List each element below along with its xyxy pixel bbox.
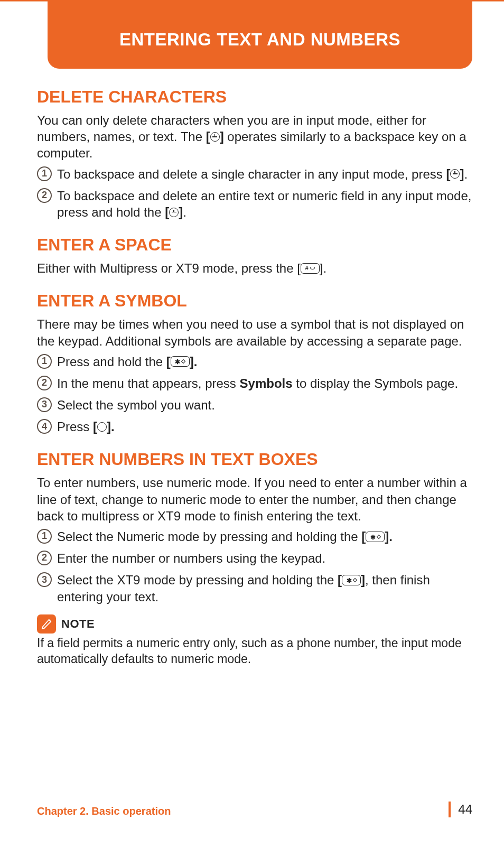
step-number-badge: 1 [37,529,52,544]
list-item: 3 Select the XT9 mode by pressing and ho… [37,572,472,604]
page-title: ENTERING TEXT AND NUMBERS [119,30,400,50]
star-key-icon: ✱ [366,532,385,542]
back-key-icon [450,169,460,179]
back-key-icon [210,132,220,142]
delete-intro: You can only delete characters when you … [37,112,472,162]
list-item: 1 Select the Numeric mode by pressing an… [37,528,472,545]
list-item: 2 In the menu that appears, press Symbol… [37,375,472,392]
heading-enter-symbol: ENTER A SYMBOL [37,291,472,311]
page-divider [449,802,451,817]
pencil-note-icon [37,614,56,634]
note-text: If a field permits a numeric entry only,… [37,636,472,667]
step-number-badge: 1 [37,166,52,181]
star-key-icon: ✱ [171,356,190,367]
step-number-badge: 2 [37,376,52,390]
symbol-steps: 1 Press and hold the [✱]. 2 In the menu … [37,353,472,435]
delete-steps: 1 To backspace and delete a single chara… [37,166,472,221]
page-number: 44 [458,802,472,817]
list-item: 4 Press []. [37,418,472,435]
numbers-steps: 1 Select the Numeric mode by pressing an… [37,528,472,605]
list-item: 3 Select the symbol you want. [37,397,472,413]
page-footer: Chapter 2. Basic operation 44 [37,802,472,817]
step-number-badge: 3 [37,572,52,587]
symbol-intro: There may be times when you need to use … [37,316,472,349]
ok-key-icon [97,422,107,432]
note-label: NOTE [61,617,95,631]
step-number-badge: 4 [37,419,52,434]
back-key-icon [169,208,179,217]
numbers-intro: To enter numbers, use numeric mode. If y… [37,474,472,524]
heading-enter-space: ENTER A SPACE [37,235,472,255]
list-item: 1 To backspace and delete a single chara… [37,166,472,182]
pound-key-icon: # [301,263,320,274]
step-number-badge: 2 [37,188,52,203]
step-number-badge: 2 [37,551,52,565]
list-item: 1 Press and hold the [✱]. [37,353,472,370]
page-header: ENTERING TEXT AND NUMBERS [48,0,472,69]
list-item: 2 To backspace and delete an entire text… [37,188,472,220]
heading-delete-characters: DELETE CHARACTERS [37,87,472,107]
step-number-badge: 3 [37,397,52,412]
page-content: DELETE CHARACTERS You can only delete ch… [37,87,472,667]
step-number-badge: 1 [37,354,52,369]
list-item: 2 Enter the number or numbers using the … [37,550,472,566]
note-callout: NOTE If a field permits a numeric entry … [37,614,472,667]
space-text: Either with Multipress or XT9 mode, pres… [37,260,472,276]
chapter-label: Chapter 2. Basic operation [37,805,171,817]
heading-enter-numbers: ENTER NUMBERS IN TEXT BOXES [37,450,472,469]
star-key-icon: ✱ [342,575,361,585]
